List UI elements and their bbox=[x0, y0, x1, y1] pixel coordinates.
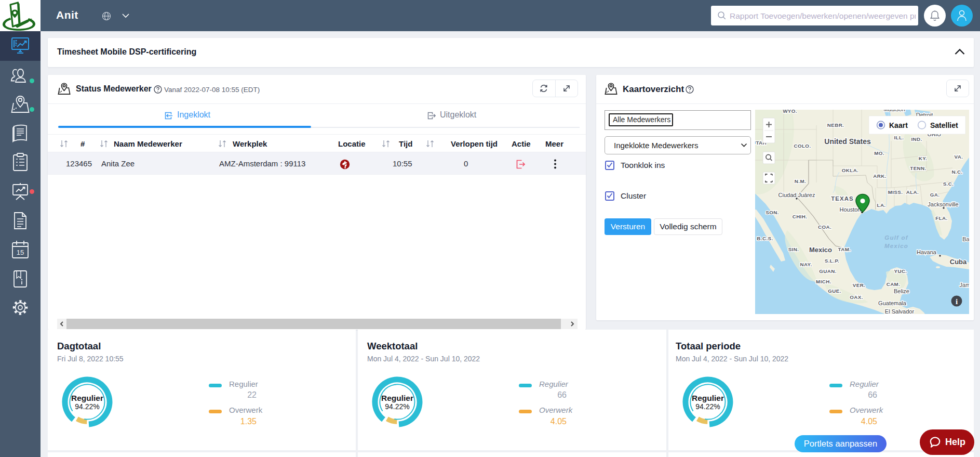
svg-text:TENN.: TENN. bbox=[910, 165, 926, 171]
svg-text:94.22%: 94.22% bbox=[385, 402, 409, 411]
svg-text:Belize: Belize bbox=[894, 288, 909, 294]
svg-text:Mexico: Mexico bbox=[884, 243, 908, 249]
svg-text:KY.: KY. bbox=[919, 155, 927, 161]
svg-text:i: i bbox=[956, 297, 958, 306]
svg-text:Havana: Havana bbox=[917, 249, 937, 255]
svg-text:SIN.: SIN. bbox=[788, 246, 799, 252]
svg-text:15: 15 bbox=[17, 249, 24, 256]
svg-text:MISS.: MISS. bbox=[888, 189, 903, 195]
svg-text:Kaart: Kaart bbox=[889, 121, 908, 129]
svg-text:NAY.: NAY. bbox=[800, 262, 812, 267]
svg-text:VER.: VER. bbox=[853, 282, 865, 288]
svg-text:CAM.: CAM. bbox=[887, 281, 901, 287]
svg-text:OKLA.: OKLA. bbox=[842, 167, 858, 173]
svg-text:Guatemala: Guatemala bbox=[878, 300, 907, 306]
svg-text:Ciudad Juárez: Ciudad Juárez bbox=[778, 192, 815, 198]
svg-text:S.L.P.: S.L.P. bbox=[825, 258, 839, 264]
svg-text:VA.: VA. bbox=[955, 154, 963, 160]
svg-text:MO.: MO. bbox=[874, 150, 884, 156]
svg-text:WYO.: WYO. bbox=[783, 110, 797, 114]
svg-text:Madison: Madison bbox=[883, 110, 905, 112]
svg-text:COA.: COA. bbox=[818, 224, 831, 230]
svg-text:Regulier: Regulier bbox=[71, 394, 103, 402]
svg-text:TAM.: TAM. bbox=[838, 246, 851, 252]
svg-text:N.C.: N.C. bbox=[951, 169, 962, 175]
svg-text:S.C.: S.C. bbox=[943, 181, 954, 187]
svg-text:Regulier: Regulier bbox=[381, 394, 413, 402]
svg-text:LA.: LA. bbox=[877, 202, 886, 208]
svg-text:IND.: IND. bbox=[911, 136, 922, 142]
svg-text:94.22%: 94.22% bbox=[695, 402, 720, 411]
svg-text:N.M.: N.M. bbox=[795, 178, 806, 184]
svg-text:ILL.: ILL. bbox=[894, 135, 904, 140]
svg-text:CHIH.: CHIH. bbox=[793, 214, 808, 219]
svg-text:NEBR.: NEBR. bbox=[827, 122, 844, 128]
svg-text:ARK.: ARK. bbox=[873, 173, 887, 179]
svg-text:FLA.: FLA. bbox=[935, 215, 947, 221]
svg-text:Mexico: Mexico bbox=[809, 246, 832, 254]
svg-text:GUAN.: GUAN. bbox=[819, 268, 837, 274]
svg-text:Satelliet: Satelliet bbox=[930, 121, 958, 129]
svg-text:B.C.S.: B.C.S. bbox=[757, 236, 773, 241]
svg-text:Jacksonville: Jacksonville bbox=[928, 201, 958, 207]
svg-text:Houston: Houston bbox=[840, 206, 861, 213]
svg-text:Jam: Jam bbox=[960, 282, 969, 288]
svg-text:OAX.: OAX. bbox=[850, 294, 863, 300]
svg-text:Regulier: Regulier bbox=[692, 394, 724, 402]
svg-text:COLO.: COLO. bbox=[794, 143, 811, 149]
svg-text:ALA.: ALA. bbox=[906, 189, 919, 195]
svg-text:TEXAS: TEXAS bbox=[831, 195, 853, 202]
svg-text:Gulf of: Gulf of bbox=[884, 234, 908, 241]
svg-text:SON.: SON. bbox=[766, 210, 779, 215]
svg-text:United States: United States bbox=[824, 137, 871, 146]
svg-text:Cuba: Cuba bbox=[950, 258, 967, 266]
svg-text:GA.: GA. bbox=[930, 192, 940, 198]
svg-text:MICH.: MICH. bbox=[816, 279, 831, 284]
svg-text:YUC.: YUC. bbox=[894, 268, 907, 274]
svg-text:94.22%: 94.22% bbox=[75, 402, 99, 411]
svg-text:GUE.: GUE. bbox=[828, 288, 841, 294]
svg-text:El Salvador: El Salvador bbox=[885, 308, 915, 314]
svg-text:Ba: Ba bbox=[962, 236, 969, 242]
